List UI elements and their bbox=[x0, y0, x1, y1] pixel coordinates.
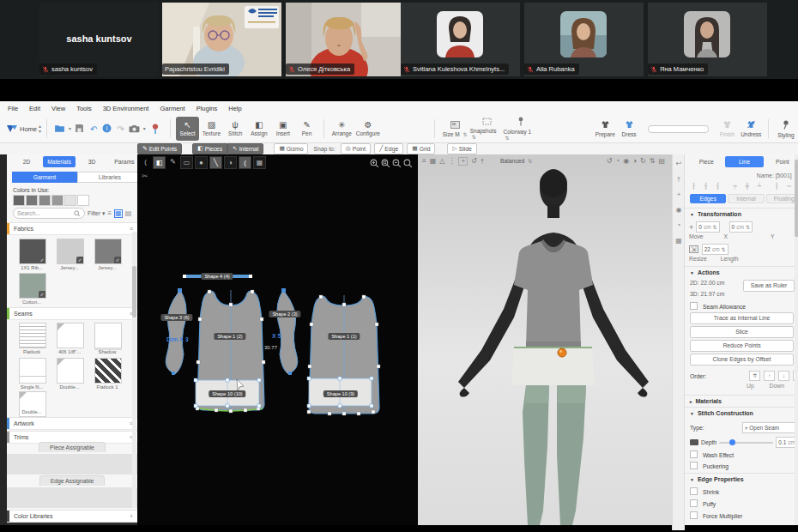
order-down-button[interactable]: ↓ bbox=[778, 371, 789, 381]
menu-file[interactable]: File bbox=[8, 105, 18, 112]
tool-pen[interactable]: ✎ Pen bbox=[295, 117, 319, 141]
tab-3d[interactable]: 3D bbox=[76, 156, 108, 167]
puckering-row[interactable]: Puckering bbox=[685, 462, 798, 469]
tab-point[interactable]: Point bbox=[764, 156, 798, 167]
order-top-button[interactable]: ⇈ bbox=[749, 371, 760, 381]
piece-assignable-area[interactable] bbox=[7, 454, 137, 475]
tool-assign[interactable]: ◧ Assign bbox=[247, 117, 271, 141]
snap-point-toggle[interactable]: ◎ Point bbox=[341, 143, 371, 154]
order-up-button[interactable]: ↑ bbox=[764, 371, 775, 381]
puffy-row[interactable]: Puffy bbox=[685, 499, 798, 507]
show-pieces-button[interactable]: ◧ Pieces bbox=[192, 143, 227, 154]
materials-header[interactable]: ▸ Materials bbox=[685, 395, 798, 404]
piece-assignable-tab[interactable]: Piece Assignable bbox=[7, 444, 137, 450]
pin-tool-icon[interactable]: † bbox=[677, 175, 680, 183]
tab-piece[interactable]: Piece bbox=[687, 156, 725, 167]
grid-view-icon[interactable]: ▦ bbox=[114, 209, 123, 218]
home-button[interactable]: ​Home ▴▾ bbox=[7, 124, 41, 134]
fabrics-section-header[interactable]: Fabrics ≡ bbox=[7, 222, 137, 235]
seam-thumb[interactable] bbox=[57, 323, 84, 348]
colorway-stepper[interactable]: Colorway 1 ⇅ bbox=[504, 117, 539, 141]
menu-edit[interactable]: Edit bbox=[29, 105, 40, 112]
zoom-minus-icon[interactable]: ◔ bbox=[677, 221, 681, 229]
save-as-ruler-button[interactable]: Save as Ruler bbox=[743, 280, 795, 292]
color-swatch[interactable] bbox=[51, 195, 63, 206]
color-swatch[interactable] bbox=[77, 195, 89, 206]
save-icon[interactable] bbox=[75, 124, 84, 134]
trace-internal-line-button[interactable]: Trace as Internal Line bbox=[690, 312, 794, 324]
force-multiplier-row[interactable]: Force Multiplier bbox=[685, 511, 798, 519]
participant-tile[interactable]: Яна Мамченко bbox=[648, 3, 767, 76]
snap-edge-toggle[interactable]: ╱ Edge bbox=[374, 143, 403, 154]
tab-line[interactable]: Line bbox=[725, 156, 763, 167]
panel-toggle-icon[interactable]: ▤ bbox=[125, 209, 132, 217]
color-swatch[interactable] bbox=[26, 195, 38, 206]
seam-thumb[interactable] bbox=[19, 358, 46, 384]
tab-params[interactable]: Params bbox=[108, 156, 141, 167]
dress-button[interactable]: Dress bbox=[617, 117, 641, 141]
menu-view[interactable]: View bbox=[51, 105, 65, 112]
puffy-checkbox[interactable] bbox=[690, 499, 698, 507]
tool-configure[interactable]: ⚙ Configure bbox=[354, 117, 382, 141]
edge-assignable-area[interactable] bbox=[7, 487, 137, 508]
pattern-2d-viewport[interactable]: ( ◧ ✎ ▭ ● ╲ ◑ ( ▦ ✂ bbox=[137, 154, 418, 525]
sidebar-scrollbar[interactable] bbox=[132, 232, 136, 508]
grid-toggle-icon[interactable]: ▦ bbox=[675, 237, 682, 245]
length-input[interactable]: 22 cm ⇅ bbox=[702, 244, 728, 255]
participant-tile-active-speaker[interactable]: Papachristou Evridiki bbox=[162, 3, 281, 76]
subtab-garment[interactable]: Garment bbox=[12, 172, 77, 183]
property-panel-scrollbar[interactable] bbox=[795, 154, 798, 525]
depth-slider-handle[interactable] bbox=[729, 439, 735, 445]
color-swatch[interactable] bbox=[64, 195, 76, 206]
edges-tab[interactable]: Edges bbox=[690, 194, 726, 203]
force-multiplier-checkbox[interactable] bbox=[690, 511, 698, 519]
tab-2d[interactable]: 2D bbox=[10, 156, 43, 167]
slice-button[interactable]: Slice bbox=[690, 326, 794, 338]
seam-thumb[interactable] bbox=[94, 358, 122, 384]
size-stepper[interactable]: Size M ⇅ bbox=[439, 117, 469, 141]
fabric-thumb[interactable]: ✓ bbox=[19, 273, 46, 299]
add-color-library-icon[interactable]: + bbox=[130, 513, 133, 519]
tool-insert[interactable]: ▣ Insert bbox=[271, 117, 295, 141]
transformation-header[interactable]: ▼ Transformation bbox=[685, 208, 798, 217]
participant-tile[interactable]: Alla Rubanka bbox=[524, 3, 644, 76]
anchor-icon[interactable]: + bbox=[677, 190, 681, 198]
menu-tools[interactable]: Tools bbox=[76, 105, 92, 112]
undress-button[interactable]: Undress bbox=[739, 117, 763, 141]
tool-texture[interactable]: ▨ Texture bbox=[199, 117, 223, 141]
shrink-row[interactable]: Shrink bbox=[685, 487, 798, 495]
avatar-3d-viewport[interactable]: ≡ ▦ △ ⋮ + ↺ † Balanced ⇅ ↺ ◔ ◉ ◑ ↻ bbox=[418, 154, 672, 525]
reduce-points-button[interactable]: Reduce Points bbox=[690, 340, 794, 352]
fabric-thumb[interactable]: ✓ bbox=[94, 239, 122, 264]
align-tools-row[interactable]: ┠ ╂ ┨ ┯ ╋ ┷ ┃ ═ bbox=[685, 183, 798, 190]
puckering-checkbox[interactable] bbox=[690, 462, 698, 469]
shrink-checkbox[interactable] bbox=[690, 487, 698, 495]
subtab-libraries[interactable]: Libraries bbox=[77, 172, 142, 183]
fabrics-menu-icon[interactable]: ≡ bbox=[130, 226, 133, 232]
open-folder-icon[interactable] bbox=[54, 124, 65, 134]
info-icon[interactable]: i bbox=[102, 124, 112, 134]
floating-tab[interactable]: Floating bbox=[766, 194, 798, 203]
depth-slider[interactable] bbox=[719, 442, 773, 444]
seams-section-header[interactable]: Seams ≡ bbox=[7, 307, 137, 320]
seam-thumb[interactable] bbox=[57, 358, 84, 384]
menu-plugins[interactable]: Plugins bbox=[196, 105, 218, 112]
camera-chevron[interactable]: ▾ bbox=[143, 126, 146, 131]
gizmo-toggle[interactable]: ▦ Gizmo bbox=[274, 143, 308, 154]
home-stepper[interactable]: ▴▾ bbox=[39, 124, 41, 134]
artwork-section-header[interactable]: Artwork ≡ bbox=[7, 417, 137, 430]
menu-3d-environment[interactable]: 3D Environment bbox=[103, 105, 149, 112]
participant-tile[interactable]: Олеся Дітковська bbox=[286, 3, 405, 76]
show-internal-button[interactable]: ↖ Internal bbox=[227, 143, 263, 154]
color-swatch[interactable] bbox=[13, 195, 25, 206]
zoom-plus-icon[interactable]: ◉ bbox=[676, 206, 682, 214]
redo-icon[interactable]: ↷ bbox=[117, 124, 124, 134]
wash-effect-checkbox[interactable] bbox=[690, 450, 698, 458]
tool-select[interactable]: ↖ Select bbox=[176, 117, 200, 141]
move-y-input[interactable]: 0 cm ⇅ bbox=[729, 221, 753, 233]
filter-dropdown[interactable]: Filter ▾ bbox=[88, 210, 105, 217]
edit-points-button[interactable]: ✎ Edit Points bbox=[137, 143, 182, 154]
color-swatch[interactable] bbox=[39, 195, 51, 206]
snap-grid-toggle[interactable]: ▦ Grid bbox=[407, 143, 435, 154]
wash-effect-row[interactable]: Wash Effect bbox=[685, 450, 798, 458]
